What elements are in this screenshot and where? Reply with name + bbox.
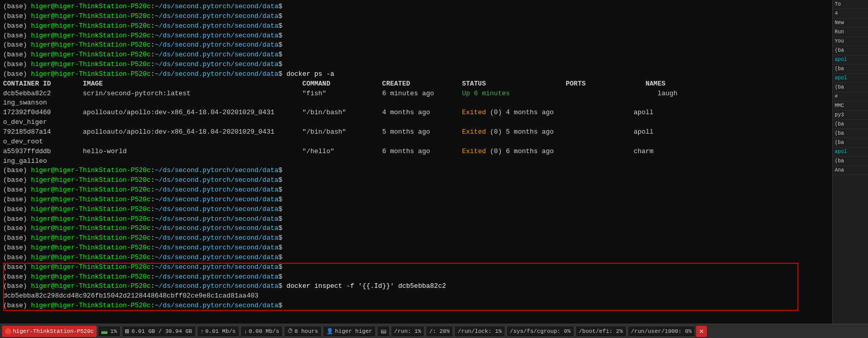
terminal-line: (base) higer@higer-ThinkStation-P520c:~/… xyxy=(3,195,829,205)
sidebar-item: MMC xyxy=(833,101,868,111)
sidebar-item: apol xyxy=(833,74,868,83)
time-segment: ⏱ 8 hours xyxy=(284,326,322,337)
sidebar-item: apol xyxy=(833,147,868,157)
cpu-label: 1% xyxy=(110,328,117,334)
terminal-line-in-box: (base) higer@higer-ThinkStation-P520c:~/… xyxy=(3,263,829,272)
user-icon: 👤 xyxy=(326,328,333,334)
hostname-label: higer-ThinkStation-P520c xyxy=(13,328,94,334)
drive-icon: 🖴 xyxy=(381,328,386,334)
terminal-line-in-box: (base) higer@higer-ThinkStation-P520c:~/… xyxy=(3,272,829,282)
table-row-name2: o_dev_higer xyxy=(3,118,829,128)
terminal-line: (base) higer@higer-ThinkStation-P520c:~/… xyxy=(3,40,829,50)
net-down-icon: ↓ xyxy=(244,328,248,334)
sidebar-item: (ba xyxy=(833,120,868,129)
sidebar-item: Ana xyxy=(833,166,868,175)
sidebar-item: Run xyxy=(833,28,868,37)
terminal-line: (base) higer@higer-ThinkStation-P520c:~/… xyxy=(3,215,829,224)
net-up-label: 0.01 Mb/s xyxy=(205,328,235,334)
terminal-line: (base) higer@higer-ThinkStation-P520c:~/… xyxy=(3,22,829,31)
error-segment: ✕ xyxy=(696,326,706,337)
boot-label: /boot/efi: 2% xyxy=(579,328,623,334)
cpu-segment: 1% xyxy=(98,326,120,337)
sysfs-label: /sys/fs/cgroup: 0% xyxy=(510,328,571,334)
sidebar-item: py3 xyxy=(833,111,868,120)
slash-segment: /: 28% xyxy=(426,326,453,337)
table-row-name4: ing_galileo xyxy=(3,157,829,166)
terminal-line: (base) higer@higer-ThinkStation-P520c:~/… xyxy=(3,31,829,41)
terminal-line: (base) higer@higer-ThinkStation-P520c:~/… xyxy=(3,12,829,22)
run-segment: /run: 1% xyxy=(391,326,425,337)
table-row: 172392f0d460 apolloauto/apollo:dev-x86_6… xyxy=(3,108,829,118)
docker-inspect-command: (base) higer@higer-ThinkStation-P520c:~/… xyxy=(3,282,829,291)
boot-segment: /boot/efi: 2% xyxy=(575,326,627,337)
slash-label: /: 28% xyxy=(429,328,450,334)
terminal-line: (base) higer@higer-ThinkStation-P520c:~/… xyxy=(3,205,829,215)
terminal-area: (base) higer@higer-ThinkStation-P520c:~/… xyxy=(0,0,868,324)
terminal-line: (base) higer@higer-ThinkStation-P520c:~/… xyxy=(3,176,829,185)
status-dot-red xyxy=(5,328,11,334)
table-row-name1: ing_swanson xyxy=(3,98,829,108)
sidebar-item: 4 xyxy=(833,9,868,18)
ram-icon: ▤ xyxy=(125,327,129,335)
sidebar-item: (ba xyxy=(833,83,868,92)
user-segment: 👤 higer higer xyxy=(323,326,376,337)
terminal-line: (base) higer@higer-ThinkStation-P520c:~/… xyxy=(3,166,829,176)
time-label: 8 hours xyxy=(295,328,318,334)
table-row: 792185d87a14 apolloauto/apollo:dev-x86_6… xyxy=(3,128,829,137)
net-up-segment: ↑ 0.01 Mb/s xyxy=(197,326,239,337)
terminal-line: (base) higer@higer-ThinkStation-P520c:~/… xyxy=(3,185,829,195)
sidebar-item: (ba xyxy=(833,129,868,138)
table-header: CONTAINER ID IMAGE COMMAND CREATED STATU… xyxy=(3,79,829,89)
terminal-line: (base) higer@higer-ThinkStation-P520c:~/… xyxy=(3,50,829,60)
run-user-label: /run/user/1000: 0% xyxy=(631,328,692,334)
sidebar-item: (ba xyxy=(833,138,868,147)
sidebar-item: # xyxy=(833,92,868,101)
net-down-segment: ↓ 0.00 Mb/s xyxy=(240,326,283,337)
statusbar: higer-ThinkStation-P520c 1% ▤ 6.01 GB / … xyxy=(0,324,868,338)
sidebar-item: (ba xyxy=(833,65,868,74)
terminal-line: (base) higer@higer-ThinkStation-P520c:~/… xyxy=(3,224,829,234)
clock-icon: ⏱ xyxy=(287,328,293,334)
run-user-segment: /run/user/1000: 0% xyxy=(628,326,696,337)
sidebar-item: To xyxy=(833,0,868,9)
highlight-section: (base) higer@higer-ThinkStation-P520c:~/… xyxy=(3,263,829,311)
final-prompt: (base) higer@higer-ThinkStation-P520c:~/… xyxy=(3,301,829,311)
table-row-name3: o_dev_root xyxy=(3,137,829,147)
hostname-segment: higer-ThinkStation-P520c xyxy=(2,326,97,337)
table-row: a55937ffdddb hello-world "/hello" 6 mont… xyxy=(3,147,829,157)
error-icon: ✕ xyxy=(699,327,703,335)
docker-ps-command: (base) higer@higer-ThinkStation-P520c:~/… xyxy=(3,70,829,79)
sidebar-item: (ba xyxy=(833,46,868,55)
terminal-line: (base) higer@higer-ThinkStation-P520c:~/… xyxy=(3,253,829,263)
terminal-line: (base) higer@higer-ThinkStation-P520c:~/… xyxy=(3,243,829,253)
ram-segment: ▤ 6.01 GB / 30.94 GB xyxy=(122,326,196,337)
run-label: /run: 1% xyxy=(394,328,421,334)
sysfs-segment: /sys/fs/cgroup: 0% xyxy=(506,326,574,337)
inspect-result: dcb5ebba82c298dcd48c926fb15042d212844864… xyxy=(3,291,829,301)
net-down-label: 0.00 Mb/s xyxy=(249,328,279,334)
main-terminal[interactable]: (base) higer@higer-ThinkStation-P520c:~/… xyxy=(0,0,832,324)
table-row: dcb5ebba82c2 scrin/second-pytorch:latest… xyxy=(3,89,829,99)
terminal-line: (base) higer@higer-ThinkStation-P520c:~/… xyxy=(3,60,829,70)
sidebar-item: apol xyxy=(833,55,868,65)
terminal-line: (base) higer@higer-ThinkStation-P520c:~/… xyxy=(3,2,829,12)
user-label: higer higer xyxy=(335,328,372,334)
ram-label: 6.01 GB / 30.94 GB xyxy=(131,328,192,334)
sidebar-item: New xyxy=(833,18,868,28)
run-lock-label: /run/lock: 1% xyxy=(458,328,502,334)
right-sidebar: To 4 New Run You (ba apol (ba apol (ba #… xyxy=(832,0,868,324)
sidebar-item: You xyxy=(833,37,868,46)
run-lock-segment: /run/lock: 1% xyxy=(454,326,505,337)
terminal-line: (base) higer@higer-ThinkStation-P520c:~/… xyxy=(3,234,829,243)
cpu-bar-icon xyxy=(101,329,107,334)
net-up-icon: ↑ xyxy=(201,328,204,334)
drive-segment: 🖴 xyxy=(377,326,390,337)
sidebar-item: (ba xyxy=(833,157,868,166)
